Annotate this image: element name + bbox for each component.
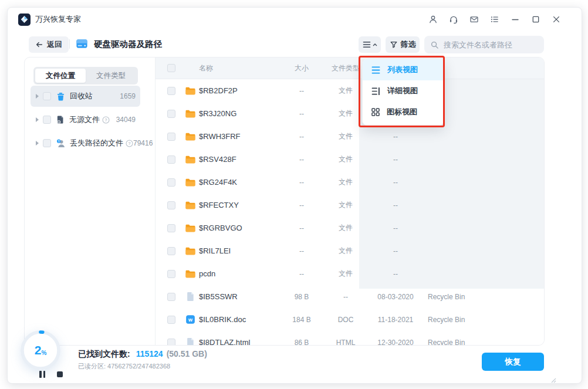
sidebar-item-count: 79416 <box>133 139 153 147</box>
row-checkbox[interactable] <box>167 247 175 255</box>
sidebar-item-count: 1659 <box>120 92 136 100</box>
file-icon <box>181 337 199 346</box>
filter-label: 筛选 <box>401 39 416 50</box>
row-checkbox[interactable] <box>167 87 175 95</box>
list-view-icon <box>371 66 380 74</box>
file-type: 文件 <box>328 246 363 256</box>
folder-icon <box>181 109 199 119</box>
row-checkbox[interactable] <box>167 133 175 141</box>
row-checkbox[interactable] <box>167 178 175 187</box>
sidebar: 文件位置文件类型 回收站 1659 无源文件 ? 34049 ? 丢失路径的文件… <box>25 57 155 345</box>
file-table: 名称 大小 文件类型 $RB2DF2P -- 文件 -- $R3J20NG --… <box>156 57 544 345</box>
item-checkbox[interactable] <box>43 92 51 100</box>
file-type: DOC <box>328 316 363 324</box>
row-checkbox[interactable] <box>167 339 175 346</box>
folder-icon <box>181 201 199 210</box>
sidebar-item-label: 丢失路径的文件 <box>70 138 123 148</box>
folder-icon <box>181 246 199 256</box>
file-type: 文件 <box>328 223 363 233</box>
svg-text:?: ? <box>58 139 60 143</box>
sidebar-item[interactable]: ? 丢失路径的文件 ? 79416 <box>31 133 140 154</box>
file-name: pcdn <box>199 269 275 278</box>
table-row[interactable]: w $IL0BRIK.doc 184 B DOC 11-18-2021 Recy… <box>156 308 544 331</box>
folder-icon <box>181 178 199 187</box>
row-checkbox[interactable] <box>167 316 175 324</box>
file-name: $I8DTLAZ.html <box>199 338 275 346</box>
file-size: 184 B <box>275 316 328 324</box>
tasks-icon[interactable] <box>489 14 500 25</box>
minimize-icon[interactable] <box>510 14 521 25</box>
file-name: $RB2DF2P <box>199 86 275 95</box>
stop-scan-button[interactable] <box>57 371 63 377</box>
file-size: -- <box>275 110 328 118</box>
recover-button[interactable]: 恢复 <box>482 353 544 371</box>
select-all-checkbox[interactable] <box>167 64 175 72</box>
file-size: 86 B <box>275 339 328 346</box>
view-menu-item[interactable]: 列表视图 <box>363 59 444 80</box>
view-menu-item[interactable]: 详细视图 <box>363 80 444 102</box>
close-icon[interactable] <box>551 14 562 25</box>
view-mode-button[interactable] <box>359 36 381 53</box>
file-type: 文件 <box>328 86 363 96</box>
expand-caret-icon[interactable] <box>36 94 39 99</box>
found-size-value: (50.51 GB) <box>167 349 207 358</box>
help-icon: ? <box>102 116 110 124</box>
svg-text:?: ? <box>105 118 107 122</box>
row-checkbox[interactable] <box>167 110 175 118</box>
tab-file-location[interactable]: 文件位置 <box>35 69 86 83</box>
back-button[interactable]: 返回 <box>29 36 69 53</box>
file-name: $RFECTXY <box>199 201 275 209</box>
sidebar-item-count: 34049 <box>116 116 136 124</box>
funnel-icon <box>390 40 398 49</box>
file-size: -- <box>275 178 328 187</box>
view-menu-item-label: 图标视图 <box>387 107 417 117</box>
sidebar-item[interactable]: 无源文件 ? 34049 <box>31 109 140 130</box>
grid-view-icon <box>371 108 380 116</box>
tab-file-type[interactable]: 文件类型 <box>86 69 136 83</box>
header-size[interactable]: 大小 <box>275 63 328 73</box>
file-size: -- <box>275 133 328 141</box>
header-type[interactable]: 文件类型 <box>328 63 363 73</box>
trash-icon <box>56 92 66 102</box>
expand-caret-icon[interactable] <box>36 141 39 146</box>
progress-value: 2 <box>35 343 42 357</box>
file-name: $RG24F4K <box>199 178 275 187</box>
file-date: -- <box>363 133 428 141</box>
file-icon <box>181 292 199 302</box>
filter-button[interactable]: 筛选 <box>386 36 420 53</box>
file-date: -- <box>363 155 428 164</box>
file-type: 文件 <box>328 109 363 119</box>
row-checkbox[interactable] <box>167 155 175 164</box>
app-title: 万兴恢复专家 <box>35 8 81 31</box>
mail-icon[interactable] <box>469 14 479 25</box>
view-menu-item[interactable]: 图标视图 <box>363 102 444 123</box>
sidebar-items: 回收站 1659 无源文件 ? 34049 ? 丢失路径的文件 ? 79416 <box>31 86 140 156</box>
header-name[interactable]: 名称 <box>199 63 275 73</box>
folder-icon <box>181 86 199 96</box>
search-box[interactable] <box>424 36 544 53</box>
search-input[interactable] <box>442 40 538 50</box>
row-checkbox[interactable] <box>167 201 175 209</box>
row-checkbox[interactable] <box>167 270 175 278</box>
item-checkbox[interactable] <box>43 116 51 124</box>
file-type: 文件 <box>328 131 363 141</box>
file-date: -- <box>363 247 428 255</box>
partitions-read: 已读分区: 47562752/247482368 <box>78 362 170 371</box>
row-checkbox[interactable] <box>167 293 175 301</box>
chevron-up-icon <box>373 43 377 46</box>
sidebar-item[interactable]: 回收站 1659 <box>31 86 140 107</box>
pause-scan-button[interactable] <box>38 370 46 378</box>
file-date: -- <box>363 201 428 209</box>
titlebar: 万兴恢复专家 <box>8 8 582 31</box>
file-name: $R3J20NG <box>199 109 275 118</box>
user-icon[interactable] <box>428 14 438 25</box>
file-name: $IB5SSWR <box>199 292 275 301</box>
expand-caret-icon[interactable] <box>36 117 39 122</box>
table-row[interactable]: $I8DTLAZ.html 86 B HTML 12-30-2020 Recyc… <box>156 331 544 346</box>
file-location: Recycle Bin <box>428 316 544 324</box>
row-checkbox[interactable] <box>167 224 175 232</box>
maximize-icon[interactable] <box>530 14 541 25</box>
headset-icon[interactable] <box>448 14 459 25</box>
item-checkbox[interactable] <box>43 139 51 147</box>
resize-grip-icon[interactable] <box>551 378 556 383</box>
